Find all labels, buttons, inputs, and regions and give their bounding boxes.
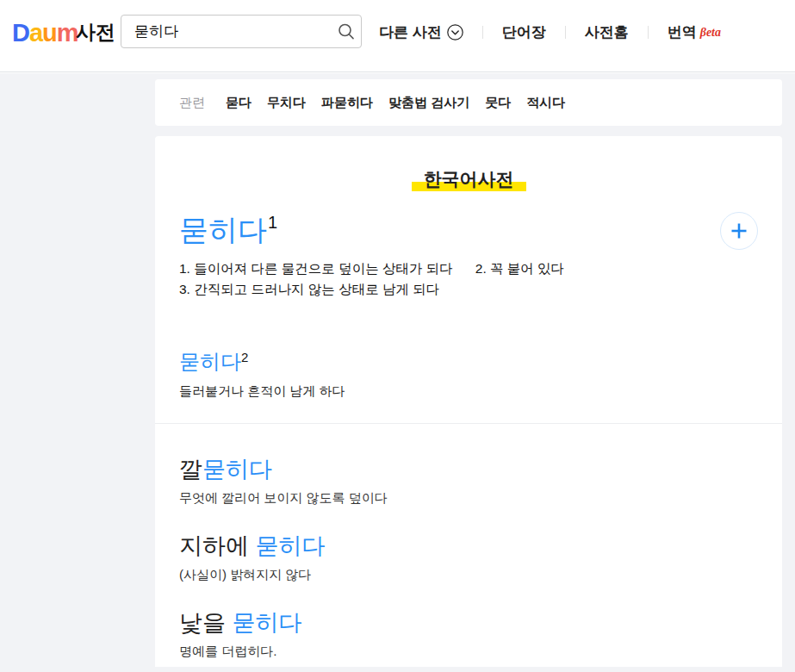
nav-separator xyxy=(565,26,566,39)
homonym-superscript: 1 xyxy=(268,213,277,232)
nav-item-other-dictionaries[interactable]: 다른 사전 xyxy=(379,22,463,42)
nav-separator xyxy=(648,26,649,39)
homonym-superscript: 2 xyxy=(241,350,248,364)
nav-label: 단어장 xyxy=(502,22,546,42)
search-box xyxy=(121,15,362,48)
daum-logo[interactable]: Daum xyxy=(12,21,78,46)
definition-item: 2. 꼭 붙어 있다 xyxy=(475,258,564,279)
related-word-link[interactable]: 맞춤법 검사기 xyxy=(388,95,469,111)
headword-text: 묻히다 xyxy=(179,214,267,246)
logo-letter-u: u xyxy=(42,19,57,47)
sub-entry-headline: 지하에 묻히다 xyxy=(179,532,758,561)
sub-entry-headline: 낯을 묻히다 xyxy=(179,608,758,638)
nav-item-wordbook[interactable]: 단어장 xyxy=(502,22,546,42)
search-icon xyxy=(337,22,356,41)
headline-prefix: 깔 xyxy=(179,457,202,482)
nav-label: 다른 사전 xyxy=(379,22,442,42)
entry-definitions-1: 1. 들이어져 다른 물건으로 덮이는 상태가 되다2. 꼭 붙어 있다 3. … xyxy=(179,258,758,300)
related-word-link[interactable]: 뭇다 xyxy=(485,95,511,111)
top-navigation: 다른 사전 단어장 사전홈 번역 βeta xyxy=(379,22,721,42)
sub-entry-definition: 명예를 더럽히다. xyxy=(179,642,758,661)
headline-prefix: 지하에 xyxy=(179,533,256,559)
entry-row-2: 묻히다2 들러붙거나 흔적이 남게 하다 xyxy=(179,345,758,401)
service-title[interactable]: 사전 xyxy=(76,19,115,46)
headword-link[interactable]: 묻히다 xyxy=(256,533,326,559)
headline-prefix: 낯을 xyxy=(179,610,233,636)
related-words-bar: 관련 묻다 무치다 파묻히다 맞춤법 검사기 뭇다 적시다 xyxy=(155,79,782,126)
nav-label: 번역 xyxy=(668,22,697,42)
chevron-down-icon xyxy=(447,24,463,40)
nav-item-translation[interactable]: 번역 βeta xyxy=(668,22,721,42)
section-title-text: 한국어사전 xyxy=(424,169,514,189)
related-word-link[interactable]: 묻다 xyxy=(226,95,252,111)
korean-dictionary-section: 한국어사전 묻히다1 xyxy=(155,136,782,424)
headword-link[interactable]: 묻히다 xyxy=(233,610,302,636)
entry-row-1: 묻히다1 xyxy=(179,212,758,253)
sub-entry: 낯을 묻히다 명예를 더럽히다. xyxy=(179,608,758,661)
headword-text: 묻히다 xyxy=(179,350,241,373)
beta-badge: βeta xyxy=(700,26,721,40)
top-header: Daum 사전 다른 사전 단어장 xyxy=(0,0,795,72)
page-background: 관련 묻다 무치다 파묻히다 맞춤법 검사기 뭇다 적시다 한국어사전 묻히다1 xyxy=(0,73,795,672)
daum-logo-text: Daum xyxy=(12,21,78,46)
logo-letter-m: m xyxy=(57,19,78,47)
related-word-link[interactable]: 적시다 xyxy=(526,95,565,111)
nav-label: 사전홈 xyxy=(585,22,629,42)
logo-letter-d: D xyxy=(12,19,29,47)
related-word-link[interactable]: 파묻히다 xyxy=(321,95,373,111)
add-to-wordbook-button[interactable] xyxy=(720,212,758,250)
headword-link[interactable]: 묻히다 xyxy=(202,457,272,482)
compound-entries-section: 깔묻히다 무엇에 깔리어 보이지 않도록 덮이다 지하에 묻히다 (사실이) 밝… xyxy=(155,424,782,661)
sub-entry-definition: 무엇에 깔리어 보이지 않도록 덮이다 xyxy=(179,488,758,507)
search-input[interactable] xyxy=(121,23,332,40)
plus-icon xyxy=(730,221,748,240)
content-column: 관련 묻다 무치다 파묻히다 맞춤법 검사기 뭇다 적시다 한국어사전 묻히다1 xyxy=(155,73,782,667)
definition-item: 들러붙거나 흔적이 남게 하다 xyxy=(179,382,758,401)
search-result-card: 한국어사전 묻히다1 xyxy=(155,136,782,667)
headword-link-1[interactable]: 묻히다1 xyxy=(179,212,277,248)
sub-entry: 깔묻히다 무엇에 깔리어 보이지 않도록 덮이다 xyxy=(179,455,758,507)
definition-item: 1. 들이어져 다른 물건으로 덮이는 상태가 되다 xyxy=(179,258,453,279)
headword-link-2[interactable]: 묻히다2 xyxy=(179,345,758,375)
sub-entry-headline: 깔묻히다 xyxy=(179,455,758,484)
definition-item: 3. 간직되고 드러나지 않는 상태로 남게 되다 xyxy=(179,279,439,300)
nav-item-dictionary-home[interactable]: 사전홈 xyxy=(585,22,629,42)
search-button[interactable] xyxy=(332,16,361,47)
related-label: 관련 xyxy=(179,95,205,111)
nav-separator xyxy=(482,26,483,39)
related-word-link[interactable]: 무치다 xyxy=(267,95,306,111)
logo-letter-a: a xyxy=(29,19,42,47)
sub-entry: 지하에 묻히다 (사실이) 밝혀지지 않다 xyxy=(179,532,758,584)
sub-entry-definition: (사실이) 밝혀지지 않다 xyxy=(179,565,758,584)
section-title-korean-dictionary[interactable]: 한국어사전 xyxy=(424,167,514,191)
